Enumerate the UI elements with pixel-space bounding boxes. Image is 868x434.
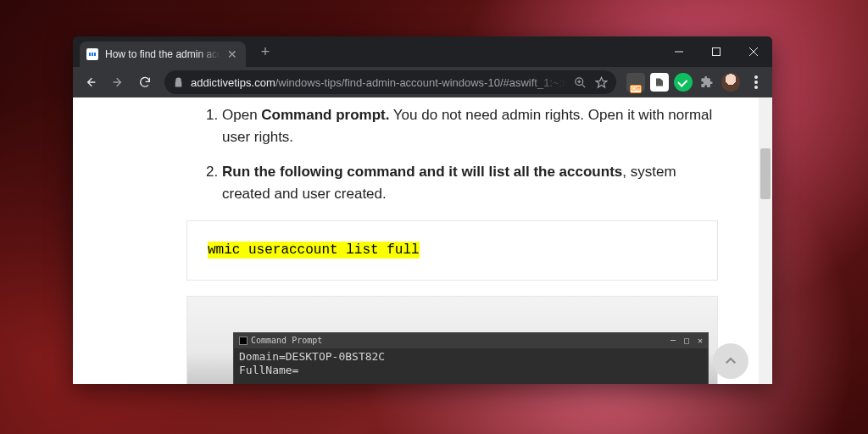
tab-title: How to find the admin account on Windows… [105, 48, 220, 60]
url-path: /windows-tips/find-admin-account-windows… [275, 76, 567, 89]
svg-rect-1 [713, 48, 721, 56]
titlebar: How to find the admin account on Windows… [73, 36, 772, 67]
svg-point-12 [754, 81, 758, 84]
scroll-to-top-button[interactable] [713, 343, 748, 379]
screenshot-embed: Command Prompt ─ □ ✕ Domain=DESKTOP-0BST… [186, 296, 718, 384]
toolbar: addictivetips.com/windows-tips/find-admi… [73, 67, 772, 97]
maximize-button[interactable] [698, 36, 735, 67]
chevron-up-icon [723, 353, 738, 369]
svg-point-11 [754, 75, 758, 79]
zoom-icon[interactable] [574, 76, 587, 89]
extension-area [626, 73, 767, 92]
code-text: wmic useraccount list full [208, 242, 420, 259]
lock-icon [173, 77, 184, 88]
step-1: Open Command prompt. You do not need adm… [222, 104, 759, 149]
window-controls [660, 36, 772, 67]
arrow-left-icon [84, 75, 97, 89]
extension-2-icon[interactable] [650, 73, 669, 92]
arrow-right-icon [111, 75, 125, 89]
cmd-icon [239, 337, 248, 345]
bookmark-star-icon[interactable] [595, 76, 608, 89]
favicon-icon [86, 48, 98, 60]
maximize-icon [711, 47, 721, 57]
cmd-title: Command Prompt [251, 334, 322, 348]
svg-marker-10 [596, 77, 607, 87]
cmd-maximize-icon: □ [684, 334, 689, 348]
svg-point-13 [754, 86, 758, 89]
reload-button[interactable] [132, 70, 158, 95]
cmd-minimize-icon: ─ [670, 334, 676, 348]
step-1-lead: Open [222, 107, 261, 123]
url-text: addictivetips.com/windows-tips/find-admi… [191, 76, 567, 89]
scrollbar-track[interactable] [759, 97, 772, 384]
scrollbar-thumb[interactable] [760, 148, 771, 199]
forward-button[interactable] [105, 70, 131, 95]
page-viewport: Open Command prompt. You do not need adm… [73, 97, 772, 384]
close-tab-icon[interactable]: ✕ [225, 47, 239, 61]
extensions-button[interactable] [698, 73, 716, 92]
new-tab-button[interactable]: + [254, 41, 276, 63]
step-2-bold: Run the following command and it will li… [222, 164, 622, 180]
tab-active[interactable]: How to find the admin account on Windows… [80, 42, 246, 67]
minimize-button[interactable] [660, 36, 698, 67]
extension-grammarly-icon[interactable] [674, 73, 693, 92]
step-2: Run the following command and it will li… [222, 161, 759, 206]
profile-avatar[interactable] [721, 73, 740, 92]
svg-line-7 [581, 84, 585, 87]
cmd-body: Domain=DESKTOP-0BST82C FullName= [234, 348, 708, 378]
cmd-titlebar: Command Prompt ─ □ ✕ [234, 333, 708, 348]
chrome-menu-button[interactable] [745, 75, 767, 89]
step-1-bold: Command prompt. [261, 107, 389, 123]
back-button[interactable] [78, 70, 103, 95]
close-icon [748, 47, 759, 57]
close-window-button[interactable] [735, 36, 772, 67]
cmd-line-2: FullName= [239, 364, 703, 377]
reload-icon [138, 75, 152, 89]
browser-window: How to find the admin account on Windows… [73, 36, 772, 384]
cmd-line-1: Domain=DESKTOP-0BST82C [239, 350, 703, 364]
command-prompt-window: Command Prompt ─ □ ✕ Domain=DESKTOP-0BST… [233, 332, 709, 384]
url-host: addictivetips.com [191, 76, 275, 89]
code-block: wmic useraccount list full [186, 220, 718, 281]
extension-1-icon[interactable] [626, 73, 645, 92]
article-content: Open Command prompt. You do not need adm… [73, 97, 759, 384]
cmd-close-icon: ✕ [698, 334, 703, 348]
minimize-icon [674, 47, 684, 57]
cmd-window-controls: ─ □ ✕ [670, 334, 703, 348]
address-bar[interactable]: addictivetips.com/windows-tips/find-admi… [164, 70, 616, 94]
